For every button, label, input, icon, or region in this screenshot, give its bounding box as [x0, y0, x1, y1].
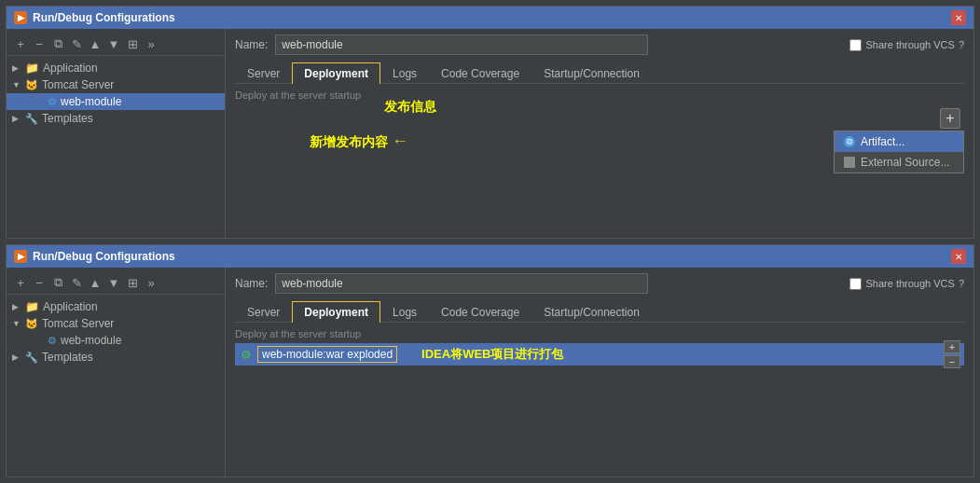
bottom-copy-btn[interactable]: ⧉ — [49, 274, 66, 291]
bottom-dialog: ▶ Run/Debug Configurations ✕ + − ⧉ ✎ ▲ ▼… — [6, 244, 974, 477]
bottom-remove-btn[interactable]: − — [31, 274, 48, 291]
bottom-name-row: Name: Share through VCS ? — [235, 273, 964, 294]
bottom-tree-webmodule[interactable]: ⚙ web-module — [7, 332, 225, 349]
top-dialog: ▶ Run/Debug Configurations ✕ + − ⧉ ✎ ▲ ▼… — [6, 6, 974, 239]
artifact-icon: ⚙ — [844, 136, 855, 147]
bottom-name-label: Name: — [235, 277, 268, 290]
external-label: External Source... — [861, 156, 949, 169]
bottom-dialog-titlebar: ▶ Run/Debug Configurations ✕ — [7, 245, 973, 268]
bottom-tab-deployment[interactable]: Deployment — [292, 301, 380, 323]
bottom-share-area: Share through VCS ? — [849, 278, 964, 290]
tomcat-label: Tomcat Server — [42, 78, 114, 91]
bottom-tomcat-label: Tomcat Server — [42, 317, 114, 330]
bottom-application-arrow: ▶ — [12, 302, 21, 311]
dialog-icon: ▶ — [14, 11, 27, 24]
bottom-dialog-icon: ▶ — [14, 250, 27, 263]
bottom-up-btn[interactable]: ▲ — [87, 274, 104, 291]
top-name-input[interactable] — [275, 34, 648, 55]
top-share-checkbox[interactable] — [849, 39, 862, 51]
bottom-sort-btn[interactable]: ⊞ — [124, 274, 141, 291]
bottom-tab-startup-connection[interactable]: Startup/Connection — [531, 301, 652, 323]
deploy-side-btns: + − — [944, 340, 960, 368]
bottom-more-btn[interactable]: » — [143, 274, 159, 291]
deploy-item-name: web-module:war exploded — [257, 346, 397, 363]
tab-deployment[interactable]: Deployment — [292, 62, 380, 84]
bottom-add-btn[interactable]: + — [12, 274, 29, 291]
remove-config-btn[interactable]: − — [31, 35, 48, 52]
bottom-templates-label: Templates — [42, 351, 93, 364]
tomcat-icon: 🐱 — [25, 79, 38, 91]
dropdown-external-source[interactable]: External Source... — [835, 152, 963, 172]
move-up-btn[interactable]: ▲ — [87, 35, 104, 52]
tab-startup-connection[interactable]: Startup/Connection — [531, 62, 652, 84]
more-btn[interactable]: » — [143, 35, 159, 52]
top-name-label: Name: — [235, 38, 268, 51]
bottom-deploy-label: Deploy at the server startup — [235, 328, 964, 339]
bottom-tree: ▶ 📁 Application ▼ 🐱 Tomcat Server ⚙ web-… — [7, 295, 225, 473]
bottom-application-icon: 📁 — [25, 300, 39, 313]
bottom-tomcat-icon: 🐱 — [25, 318, 38, 330]
bottom-webmodule-icon: ⚙ — [48, 335, 57, 347]
top-dialog-close[interactable]: ✕ — [951, 10, 966, 25]
bottom-share-help: ? — [959, 278, 964, 289]
top-tabs-row: Server Deployment Logs Code Coverage Sta… — [235, 62, 964, 84]
annotation-fabuxinxi: 发布信息 — [384, 99, 436, 116]
bottom-down-btn[interactable]: ▼ — [105, 274, 122, 291]
top-share-area: Share through VCS ? — [849, 39, 964, 51]
webmodule-label: web-module — [61, 95, 121, 108]
deploy-plus-btn[interactable]: + — [944, 340, 960, 353]
tree-item-application[interactable]: ▶ 📁 Application — [7, 60, 225, 76]
copy-config-btn[interactable]: ⧉ — [49, 35, 66, 52]
external-icon — [844, 157, 855, 168]
bottom-tab-server[interactable]: Server — [235, 301, 292, 323]
application-arrow: ▶ — [12, 63, 21, 73]
bottom-tree-templates[interactable]: ▶ 🔧 Templates — [7, 349, 225, 366]
top-dialog-body: + − ⧉ ✎ ▲ ▼ ⊞ » ▶ 📁 Application ▼ 🐱 Tomc… — [7, 29, 973, 238]
arrow-right-icon: ← — [392, 131, 408, 151]
tab-server[interactable]: Server — [235, 62, 292, 84]
bottom-tab-code-coverage[interactable]: Code Coverage — [429, 301, 531, 323]
bottom-main-panel: Name: Share through VCS ? Server Deploym… — [226, 268, 973, 476]
tree-item-webmodule[interactable]: ⚙ web-module — [7, 93, 225, 110]
deploy-minus-btn[interactable]: − — [944, 355, 960, 368]
dropdown-artifact[interactable]: ⚙ Artifact... — [835, 131, 963, 152]
tab-logs[interactable]: Logs — [380, 62, 429, 84]
bottom-tab-logs[interactable]: Logs — [380, 301, 429, 323]
bottom-templates-arrow: ▶ — [12, 352, 21, 362]
annotation-xinzeng: 新增发布内容 ← — [310, 131, 408, 151]
top-dropdown-menu: ⚙ Artifact... External Source... — [834, 131, 964, 173]
top-plus-btn[interactable]: + — [940, 108, 960, 129]
top-dialog-title: Run/Debug Configurations — [33, 11, 175, 24]
bottom-webmodule-label: web-module — [61, 334, 121, 347]
top-deploy-label: Deploy at the server startup — [235, 90, 964, 101]
bottom-tabs-row: Server Deployment Logs Code Coverage Sta… — [235, 301, 964, 323]
titlebar-left: ▶ Run/Debug Configurations — [14, 11, 175, 24]
application-label: Application — [43, 62, 98, 75]
deploy-item-icon: ⚙ — [241, 348, 252, 362]
top-dialog-titlebar: ▶ Run/Debug Configurations ✕ — [7, 7, 973, 29]
webmodule-icon: ⚙ — [48, 96, 57, 108]
bottom-dialog-body: + − ⧉ ✎ ▲ ▼ ⊞ » ▶ 📁 Application ▼ 🐱 Tomc… — [7, 268, 973, 476]
bottom-deploy-item-row[interactable]: ⚙ web-module:war exploded IDEA将WEB项目进行打包… — [235, 343, 964, 366]
top-share-help: ? — [959, 39, 964, 50]
add-config-btn[interactable]: + — [12, 35, 29, 52]
tree-item-templates[interactable]: ▶ 🔧 Templates — [7, 110, 225, 127]
sort-btn[interactable]: ⊞ — [124, 35, 141, 52]
top-tree: ▶ 📁 Application ▼ 🐱 Tomcat Server ⚙ web-… — [7, 56, 225, 234]
bottom-tree-tomcat[interactable]: ▼ 🐱 Tomcat Server — [7, 315, 225, 332]
bottom-dialog-close[interactable]: ✕ — [951, 249, 966, 264]
application-icon: 📁 — [25, 62, 39, 75]
tab-code-coverage[interactable]: Code Coverage — [429, 62, 531, 84]
bottom-sidebar-toolbar: + − ⧉ ✎ ▲ ▼ ⊞ » — [7, 271, 225, 295]
tree-item-tomcat[interactable]: ▼ 🐱 Tomcat Server — [7, 76, 225, 93]
templates-icon: 🔧 — [25, 113, 38, 125]
edit-config-btn[interactable]: ✎ — [68, 35, 85, 52]
bottom-tree-application[interactable]: ▶ 📁 Application — [7, 298, 225, 315]
bottom-edit-btn[interactable]: ✎ — [68, 274, 85, 291]
top-sidebar: + − ⧉ ✎ ▲ ▼ ⊞ » ▶ 📁 Application ▼ 🐱 Tomc… — [7, 29, 226, 238]
move-down-btn[interactable]: ▼ — [105, 35, 122, 52]
bottom-share-checkbox[interactable] — [849, 278, 862, 290]
idea-annotation: IDEA将WEB项目进行打包 — [421, 346, 563, 363]
bottom-name-input[interactable] — [275, 273, 648, 294]
templates-label: Templates — [42, 112, 93, 125]
